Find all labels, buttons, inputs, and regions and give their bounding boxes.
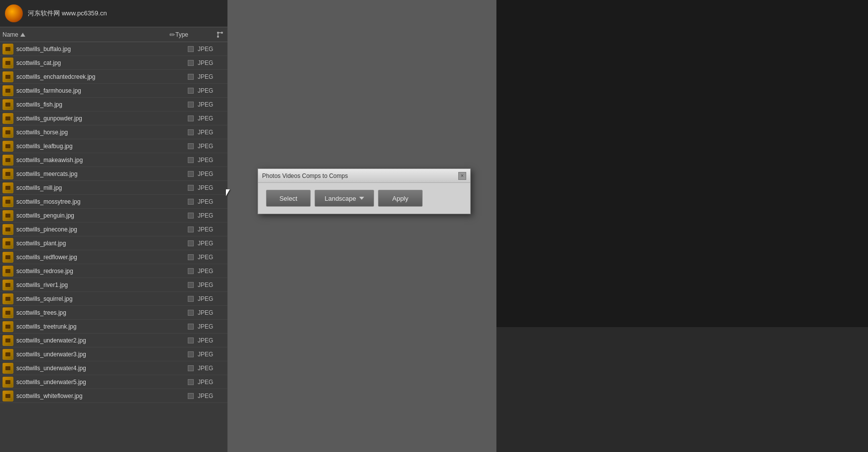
- file-checkbox[interactable]: [188, 310, 194, 316]
- file-checkbox[interactable]: [188, 143, 194, 149]
- modal-dialog: Photos Videos Comps to Comps × Select La…: [258, 169, 471, 214]
- list-item[interactable]: scottwills_redflower.jpgJPEG: [0, 250, 227, 264]
- pencil-icon[interactable]: ✏: [169, 31, 175, 39]
- modal-close-button[interactable]: ×: [458, 172, 466, 180]
- list-item[interactable]: scottwills_underwater3.jpgJPEG: [0, 347, 227, 361]
- list-item[interactable]: scottwills_trees.jpgJPEG: [0, 306, 227, 320]
- file-type: JPEG: [198, 351, 225, 358]
- app-logo: [5, 4, 23, 22]
- file-type: JPEG: [198, 240, 225, 247]
- list-item[interactable]: scottwills_underwater5.jpgJPEG: [0, 375, 227, 389]
- modal-title-bar: Photos Videos Comps to Comps ×: [258, 169, 470, 183]
- file-browser-panel: 河东软件网 www.pc6359.cn Name ✏ Type scottwil…: [0, 0, 228, 452]
- list-item[interactable]: scottwills_underwater4.jpgJPEG: [0, 361, 227, 375]
- modal-body: Select Landscape Apply: [258, 183, 470, 214]
- list-item[interactable]: scottwills_meercats.jpgJPEG: [0, 167, 227, 181]
- list-item[interactable]: scottwills_gunpowder.jpgJPEG: [0, 112, 227, 125]
- center-area: [228, 0, 496, 452]
- file-icon: [2, 224, 13, 235]
- file-icon: [2, 266, 13, 277]
- file-icon: [2, 363, 13, 374]
- file-checkbox[interactable]: [188, 199, 194, 205]
- orientation-dropdown[interactable]: Landscape: [315, 190, 374, 207]
- list-item[interactable]: scottwills_underwater2.jpgJPEG: [0, 334, 227, 347]
- file-checkbox[interactable]: [188, 115, 194, 121]
- file-type: JPEG: [198, 129, 225, 136]
- file-checkbox[interactable]: [188, 157, 194, 163]
- name-column-header[interactable]: Name: [2, 31, 169, 38]
- file-name: scottwills_meercats.jpg: [16, 170, 188, 177]
- list-item[interactable]: scottwills_mill.jpgJPEG: [0, 181, 227, 195]
- file-name: scottwills_horse.jpg: [16, 129, 188, 136]
- list-item[interactable]: scottwills_mossytree.jpgJPEG: [0, 195, 227, 209]
- file-icon: [2, 141, 13, 152]
- list-item[interactable]: scottwills_enchantedcreek.jpgJPEG: [0, 70, 227, 84]
- list-item[interactable]: scottwills_treetrunk.jpgJPEG: [0, 320, 227, 334]
- file-icon: [2, 182, 13, 193]
- file-name: scottwills_penguin.jpg: [16, 212, 188, 219]
- file-name: scottwills_cat.jpg: [16, 59, 188, 66]
- file-name: scottwills_redflower.jpg: [16, 254, 188, 261]
- file-checkbox[interactable]: [188, 324, 194, 330]
- file-type: JPEG: [198, 73, 225, 80]
- file-list[interactable]: scottwills_buffalo.jpgJPEGscottwills_cat…: [0, 42, 227, 452]
- file-checkbox[interactable]: [188, 46, 194, 52]
- apply-button[interactable]: Apply: [378, 190, 423, 207]
- file-checkbox[interactable]: [188, 351, 194, 357]
- select-button[interactable]: Select: [266, 190, 311, 207]
- list-item[interactable]: scottwills_pinecone.jpgJPEG: [0, 223, 227, 236]
- file-name: scottwills_river1.jpg: [16, 282, 188, 288]
- file-checkbox[interactable]: [188, 282, 194, 288]
- file-checkbox[interactable]: [188, 129, 194, 135]
- file-name: scottwills_underwater4.jpg: [16, 365, 188, 372]
- file-icon: [2, 196, 13, 207]
- file-type: JPEG: [198, 268, 225, 275]
- right-top-panel: [496, 0, 868, 327]
- file-checkbox[interactable]: [188, 338, 194, 343]
- file-checkbox[interactable]: [188, 60, 194, 66]
- type-column-label: Type: [175, 31, 188, 38]
- file-name: scottwills_fish.jpg: [16, 101, 188, 108]
- file-type: JPEG: [198, 337, 225, 344]
- list-item[interactable]: scottwills_fish.jpgJPEG: [0, 98, 227, 112]
- file-icon: [2, 155, 13, 166]
- file-icon: [2, 113, 13, 124]
- file-checkbox[interactable]: [188, 254, 194, 260]
- file-checkbox[interactable]: [188, 74, 194, 80]
- file-checkbox[interactable]: [188, 213, 194, 219]
- list-item[interactable]: scottwills_horse.jpgJPEG: [0, 125, 227, 139]
- file-name: scottwills_underwater5.jpg: [16, 379, 188, 386]
- list-item[interactable]: scottwills_farmhouse.jpgJPEG: [0, 84, 227, 98]
- type-column-header[interactable]: Type: [175, 31, 215, 38]
- file-checkbox[interactable]: [188, 240, 194, 246]
- file-name: scottwills_underwater3.jpg: [16, 351, 188, 358]
- list-item[interactable]: scottwills_leafbug.jpgJPEG: [0, 139, 227, 153]
- list-item[interactable]: scottwills_river1.jpgJPEG: [0, 278, 227, 292]
- file-type: JPEG: [198, 282, 225, 288]
- file-checkbox[interactable]: [188, 296, 194, 302]
- file-checkbox[interactable]: [188, 226, 194, 232]
- list-item[interactable]: scottwills_makeawish.jpgJPEG: [0, 153, 227, 167]
- file-checkbox[interactable]: [188, 393, 194, 399]
- file-name: scottwills_pinecone.jpg: [16, 226, 188, 233]
- file-checkbox[interactable]: [188, 365, 194, 371]
- file-checkbox[interactable]: [188, 379, 194, 385]
- connect-icon[interactable]: [216, 31, 224, 39]
- file-icon: [2, 293, 13, 304]
- file-icon: [2, 44, 13, 55]
- list-item[interactable]: scottwills_redrose.jpgJPEG: [0, 264, 227, 278]
- list-item[interactable]: scottwills_whiteflower.jpgJPEG: [0, 389, 227, 403]
- file-type: JPEG: [198, 115, 225, 122]
- file-checkbox[interactable]: [188, 185, 194, 191]
- file-checkbox[interactable]: [188, 171, 194, 177]
- list-item[interactable]: scottwills_squirrel.jpgJPEG: [0, 292, 227, 306]
- list-item[interactable]: scottwills_cat.jpgJPEG: [0, 56, 227, 70]
- file-checkbox[interactable]: [188, 102, 194, 108]
- file-checkbox[interactable]: [188, 268, 194, 274]
- list-item[interactable]: scottwills_penguin.jpgJPEG: [0, 209, 227, 223]
- list-item[interactable]: scottwills_buffalo.jpgJPEG: [0, 42, 227, 56]
- list-item[interactable]: scottwills_plant.jpgJPEG: [0, 236, 227, 250]
- app-title: 河东软件网: [28, 9, 60, 17]
- file-checkbox[interactable]: [188, 88, 194, 94]
- modal-title: Photos Videos Comps to Comps: [262, 172, 348, 179]
